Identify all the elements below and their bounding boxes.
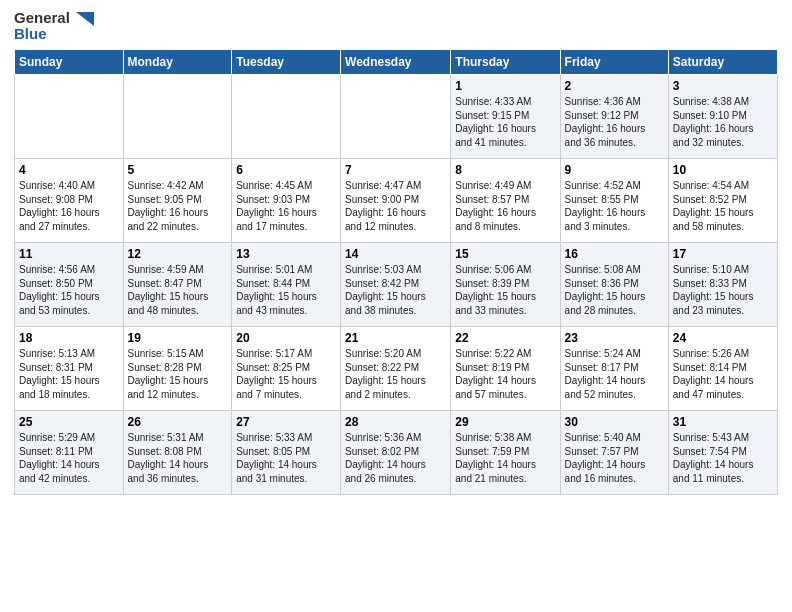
page: General Blue SundayMondayTuesdayWednesda…: [0, 0, 792, 612]
day-number: 7: [345, 162, 446, 178]
day-number: 24: [673, 330, 773, 346]
day-of-week-wednesday: Wednesday: [341, 50, 451, 75]
calendar-cell: 27Sunrise: 5:33 AM Sunset: 8:05 PM Dayli…: [232, 411, 341, 495]
day-of-week-monday: Monday: [123, 50, 232, 75]
day-info: Sunrise: 4:49 AM Sunset: 8:57 PM Dayligh…: [455, 179, 555, 233]
day-number: 26: [128, 414, 228, 430]
day-info: Sunrise: 4:40 AM Sunset: 9:08 PM Dayligh…: [19, 179, 119, 233]
calendar-cell: 9Sunrise: 4:52 AM Sunset: 8:55 PM Daylig…: [560, 159, 668, 243]
day-number: 6: [236, 162, 336, 178]
day-info: Sunrise: 4:42 AM Sunset: 9:05 PM Dayligh…: [128, 179, 228, 233]
day-of-week-saturday: Saturday: [668, 50, 777, 75]
header: General Blue: [14, 10, 778, 41]
calendar-cell: 7Sunrise: 4:47 AM Sunset: 9:00 PM Daylig…: [341, 159, 451, 243]
calendar-cell: 11Sunrise: 4:56 AM Sunset: 8:50 PM Dayli…: [15, 243, 124, 327]
calendar-cell: [15, 75, 124, 159]
day-info: Sunrise: 5:29 AM Sunset: 8:11 PM Dayligh…: [19, 431, 119, 485]
calendar-cell: 31Sunrise: 5:43 AM Sunset: 7:54 PM Dayli…: [668, 411, 777, 495]
day-number: 16: [565, 246, 664, 262]
day-number: 20: [236, 330, 336, 346]
calendar-cell: 2Sunrise: 4:36 AM Sunset: 9:12 PM Daylig…: [560, 75, 668, 159]
day-info: Sunrise: 5:06 AM Sunset: 8:39 PM Dayligh…: [455, 263, 555, 317]
day-info: Sunrise: 5:43 AM Sunset: 7:54 PM Dayligh…: [673, 431, 773, 485]
day-info: Sunrise: 5:31 AM Sunset: 8:08 PM Dayligh…: [128, 431, 228, 485]
calendar-cell: 26Sunrise: 5:31 AM Sunset: 8:08 PM Dayli…: [123, 411, 232, 495]
calendar-cell: 29Sunrise: 5:38 AM Sunset: 7:59 PM Dayli…: [451, 411, 560, 495]
day-number: 17: [673, 246, 773, 262]
week-row-5: 25Sunrise: 5:29 AM Sunset: 8:11 PM Dayli…: [15, 411, 778, 495]
calendar-cell: 28Sunrise: 5:36 AM Sunset: 8:02 PM Dayli…: [341, 411, 451, 495]
calendar-cell: 21Sunrise: 5:20 AM Sunset: 8:22 PM Dayli…: [341, 327, 451, 411]
day-number: 5: [128, 162, 228, 178]
calendar-cell: 15Sunrise: 5:06 AM Sunset: 8:39 PM Dayli…: [451, 243, 560, 327]
day-info: Sunrise: 5:17 AM Sunset: 8:25 PM Dayligh…: [236, 347, 336, 401]
calendar-cell: 30Sunrise: 5:40 AM Sunset: 7:57 PM Dayli…: [560, 411, 668, 495]
day-number: 31: [673, 414, 773, 430]
calendar-cell: 19Sunrise: 5:15 AM Sunset: 8:28 PM Dayli…: [123, 327, 232, 411]
calendar-cell: [232, 75, 341, 159]
day-info: Sunrise: 5:15 AM Sunset: 8:28 PM Dayligh…: [128, 347, 228, 401]
day-number: 4: [19, 162, 119, 178]
day-number: 30: [565, 414, 664, 430]
calendar-cell: 20Sunrise: 5:17 AM Sunset: 8:25 PM Dayli…: [232, 327, 341, 411]
calendar-cell: 25Sunrise: 5:29 AM Sunset: 8:11 PM Dayli…: [15, 411, 124, 495]
day-info: Sunrise: 5:20 AM Sunset: 8:22 PM Dayligh…: [345, 347, 446, 401]
day-number: 18: [19, 330, 119, 346]
day-number: 28: [345, 414, 446, 430]
day-number: 1: [455, 78, 555, 94]
day-info: Sunrise: 4:36 AM Sunset: 9:12 PM Dayligh…: [565, 95, 664, 149]
calendar-cell: [123, 75, 232, 159]
day-info: Sunrise: 4:56 AM Sunset: 8:50 PM Dayligh…: [19, 263, 119, 317]
day-info: Sunrise: 4:59 AM Sunset: 8:47 PM Dayligh…: [128, 263, 228, 317]
day-info: Sunrise: 5:03 AM Sunset: 8:42 PM Dayligh…: [345, 263, 446, 317]
day-of-week-tuesday: Tuesday: [232, 50, 341, 75]
week-row-1: 1Sunrise: 4:33 AM Sunset: 9:15 PM Daylig…: [15, 75, 778, 159]
svg-marker-0: [76, 12, 94, 26]
day-info: Sunrise: 5:24 AM Sunset: 8:17 PM Dayligh…: [565, 347, 664, 401]
calendar-cell: 23Sunrise: 5:24 AM Sunset: 8:17 PM Dayli…: [560, 327, 668, 411]
day-number: 14: [345, 246, 446, 262]
day-number: 19: [128, 330, 228, 346]
calendar-cell: 17Sunrise: 5:10 AM Sunset: 8:33 PM Dayli…: [668, 243, 777, 327]
calendar-cell: 1Sunrise: 4:33 AM Sunset: 9:15 PM Daylig…: [451, 75, 560, 159]
calendar-cell: 16Sunrise: 5:08 AM Sunset: 8:36 PM Dayli…: [560, 243, 668, 327]
day-info: Sunrise: 5:33 AM Sunset: 8:05 PM Dayligh…: [236, 431, 336, 485]
week-row-3: 11Sunrise: 4:56 AM Sunset: 8:50 PM Dayli…: [15, 243, 778, 327]
calendar-cell: 12Sunrise: 4:59 AM Sunset: 8:47 PM Dayli…: [123, 243, 232, 327]
week-row-2: 4Sunrise: 4:40 AM Sunset: 9:08 PM Daylig…: [15, 159, 778, 243]
day-info: Sunrise: 5:13 AM Sunset: 8:31 PM Dayligh…: [19, 347, 119, 401]
day-info: Sunrise: 5:22 AM Sunset: 8:19 PM Dayligh…: [455, 347, 555, 401]
day-info: Sunrise: 4:54 AM Sunset: 8:52 PM Dayligh…: [673, 179, 773, 233]
day-info: Sunrise: 4:52 AM Sunset: 8:55 PM Dayligh…: [565, 179, 664, 233]
calendar-cell: 10Sunrise: 4:54 AM Sunset: 8:52 PM Dayli…: [668, 159, 777, 243]
day-number: 29: [455, 414, 555, 430]
days-of-week-row: SundayMondayTuesdayWednesdayThursdayFrid…: [15, 50, 778, 75]
calendar-cell: [341, 75, 451, 159]
day-info: Sunrise: 5:01 AM Sunset: 8:44 PM Dayligh…: [236, 263, 336, 317]
day-info: Sunrise: 4:45 AM Sunset: 9:03 PM Dayligh…: [236, 179, 336, 233]
day-number: 10: [673, 162, 773, 178]
calendar-header: SundayMondayTuesdayWednesdayThursdayFrid…: [15, 50, 778, 75]
day-number: 2: [565, 78, 664, 94]
calendar-cell: 18Sunrise: 5:13 AM Sunset: 8:31 PM Dayli…: [15, 327, 124, 411]
day-number: 12: [128, 246, 228, 262]
day-info: Sunrise: 5:26 AM Sunset: 8:14 PM Dayligh…: [673, 347, 773, 401]
day-info: Sunrise: 5:36 AM Sunset: 8:02 PM Dayligh…: [345, 431, 446, 485]
day-number: 22: [455, 330, 555, 346]
day-info: Sunrise: 4:33 AM Sunset: 9:15 PM Dayligh…: [455, 95, 555, 149]
day-info: Sunrise: 5:40 AM Sunset: 7:57 PM Dayligh…: [565, 431, 664, 485]
calendar-cell: 14Sunrise: 5:03 AM Sunset: 8:42 PM Dayli…: [341, 243, 451, 327]
day-number: 11: [19, 246, 119, 262]
calendar-cell: 24Sunrise: 5:26 AM Sunset: 8:14 PM Dayli…: [668, 327, 777, 411]
day-info: Sunrise: 5:10 AM Sunset: 8:33 PM Dayligh…: [673, 263, 773, 317]
logo-arrow-icon: [76, 12, 94, 26]
day-of-week-friday: Friday: [560, 50, 668, 75]
day-info: Sunrise: 5:38 AM Sunset: 7:59 PM Dayligh…: [455, 431, 555, 485]
calendar-cell: 13Sunrise: 5:01 AM Sunset: 8:44 PM Dayli…: [232, 243, 341, 327]
day-number: 15: [455, 246, 555, 262]
day-number: 27: [236, 414, 336, 430]
calendar-cell: 8Sunrise: 4:49 AM Sunset: 8:57 PM Daylig…: [451, 159, 560, 243]
day-number: 9: [565, 162, 664, 178]
week-row-4: 18Sunrise: 5:13 AM Sunset: 8:31 PM Dayli…: [15, 327, 778, 411]
calendar: SundayMondayTuesdayWednesdayThursdayFrid…: [14, 49, 778, 495]
